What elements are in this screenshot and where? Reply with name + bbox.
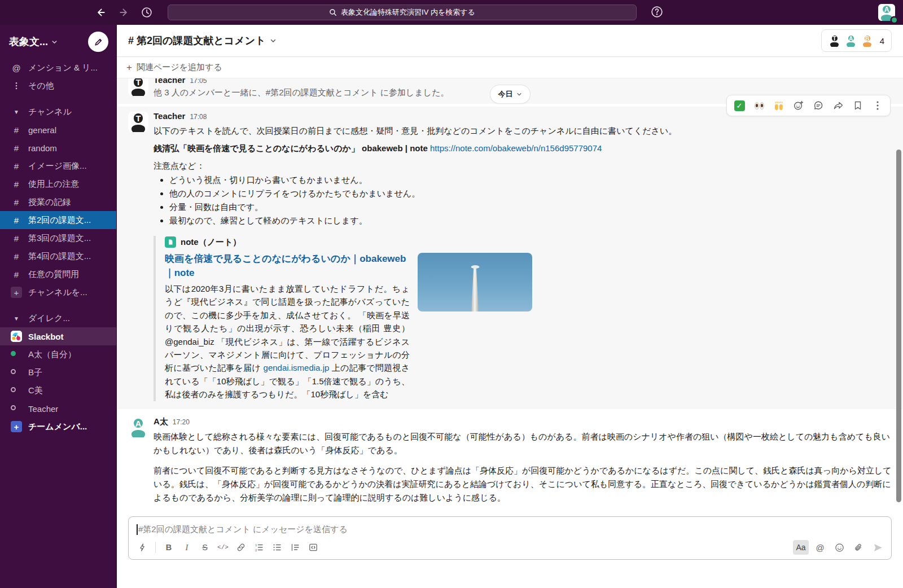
sidebar-item-more[interactable]: その他 [0, 77, 116, 95]
member-avatar-teacher: T [829, 34, 841, 47]
sidebar-item-mentions[interactable]: @ メンション & リ... [0, 59, 116, 77]
ordered-list-icon[interactable]: 12 [251, 540, 267, 555]
code-icon[interactable]: </> [215, 540, 231, 555]
timestamp[interactable]: 17:08 [190, 111, 207, 122]
blockquote-icon[interactable] [287, 540, 303, 555]
preview-title-link[interactable]: 映画を倍速で見ることのなにがわるいのか｜obakeweb｜note [165, 252, 410, 280]
chevron-down-icon[interactable] [51, 39, 58, 45]
show-formatting-button[interactable]: Aa [793, 540, 809, 555]
svg-text:2: 2 [255, 548, 257, 552]
date-divider-pill[interactable]: 今日 [490, 85, 531, 104]
code-block-icon[interactable] [305, 540, 321, 555]
hash-icon: # [9, 143, 24, 153]
member-avatar-ata: A [845, 34, 857, 47]
strikethrough-icon[interactable]: S [197, 540, 213, 555]
top-bar: 表象文化論特殊研究演習IV 内を検索する A [0, 0, 903, 25]
dm-section-header[interactable]: ▼ ダイレク... [0, 309, 116, 327]
history-forward-icon[interactable] [117, 6, 131, 19]
search-input[interactable]: 表象文化論特殊研究演習IV 内を検索する [168, 5, 637, 20]
add-canvas-tab-button[interactable]: + 関連ページを追加する [117, 57, 903, 78]
slack-app: 表象文化論特殊研究演習IV 内を検索する A 表象文... @ メンション & [0, 0, 903, 588]
dm-slackbot[interactable]: Slackbot [0, 327, 116, 345]
more-actions-icon[interactable] [869, 98, 886, 113]
message-ata: A A太 17:20 映画体験として総称される様々な要素には、回復可能であるもの… [117, 409, 903, 510]
timestamp[interactable]: 17:05 [190, 78, 207, 86]
caret-down-icon: ▼ [9, 315, 24, 322]
sidebar-channel-questions[interactable]: # 任意の質問用 [0, 265, 116, 283]
sender-name[interactable]: Teacher [154, 111, 185, 122]
message-composer: B I S </> 12 [128, 516, 892, 560]
bold-icon[interactable]: B [161, 540, 177, 555]
link-icon[interactable] [233, 540, 249, 555]
sidebar-channel-random[interactable]: # random [0, 139, 116, 157]
dm-teacher[interactable]: T Teacher [0, 400, 116, 418]
dm-cmi[interactable]: C C美 [0, 381, 116, 400]
send-button[interactable] [870, 540, 886, 555]
hash-icon: # [9, 270, 24, 279]
dm-bko[interactable]: B B子 [0, 363, 116, 381]
save-bookmark-icon[interactable] [849, 98, 866, 113]
presence-dot [11, 351, 16, 356]
bulleted-list-icon[interactable] [269, 540, 285, 555]
note-service-icon [165, 236, 176, 248]
reaction-eyes[interactable] [751, 98, 768, 113]
gendai-link[interactable]: gendai.ismedia.jp [264, 363, 330, 372]
reaction-white-check-mark[interactable]: ✓ [731, 98, 748, 113]
channel-title-button[interactable]: # 第2回の課題文献とコメント [128, 34, 277, 47]
reference-url-link[interactable]: https://note.com/obakeweb/n/n156d9577907… [430, 143, 602, 153]
hash-icon: # [9, 179, 24, 189]
scrollbar-thumb[interactable] [896, 150, 901, 502]
add-channel-button[interactable]: + チャンネルを... [0, 283, 116, 301]
link-preview-card: note（ノート） 映画を倍速で見ることのなにがわるいのか｜obakeweb｜n… [154, 236, 892, 401]
add-teammates-button[interactable]: + チームメンバ... [0, 418, 116, 436]
new-message-button[interactable] [88, 32, 108, 52]
sidebar-channel-images[interactable]: # イメージ画像... [0, 157, 116, 175]
sidebar-channel-session4[interactable]: # 第4回の課題文... [0, 247, 116, 265]
emoji-icon[interactable] [831, 540, 847, 555]
help-icon[interactable] [650, 5, 665, 20]
message-text: 映画体験として総称される様々な要素には、回復可能であるものと回復不可能な（可能性… [154, 430, 892, 457]
message-input[interactable] [129, 517, 891, 539]
message-teacher: T Teacher 17:08 以下のテキストを読んで、次回授業日の前日までに感… [117, 107, 903, 409]
sender-name[interactable]: A太 [154, 416, 168, 427]
add-reaction-icon[interactable] [790, 98, 807, 113]
message-list: 今日 ✓ [117, 78, 903, 516]
shortcuts-lightning-icon[interactable] [134, 540, 150, 555]
caret-down-icon: ▼ [9, 109, 24, 115]
history-back-icon[interactable] [94, 6, 107, 19]
formatting-toolbar: B I S </> 12 [129, 539, 891, 559]
reaction-raised-hands[interactable] [770, 98, 787, 113]
kebab-icon [9, 82, 24, 90]
reply-thread-icon[interactable] [810, 98, 827, 113]
sidebar-channel-session3[interactable]: # 第3回の課題文... [0, 229, 116, 247]
attach-file-icon[interactable] [851, 540, 866, 555]
preview-thumbnail-image[interactable] [418, 253, 532, 311]
teacher-avatar[interactable]: T [128, 112, 148, 132]
composer-area: B I S </> 12 [117, 516, 903, 560]
forward-message-icon[interactable] [830, 98, 847, 113]
channel-members-button[interactable]: T A B 4 [821, 29, 892, 52]
timestamp[interactable]: 17:20 [173, 416, 190, 428]
channel-header: # 第2回の課題文献とコメント T A B 4 [117, 25, 903, 57]
plus-icon: + [126, 62, 132, 73]
mention-icon[interactable]: @ [812, 540, 828, 555]
workspace-name[interactable]: 表象文... [9, 35, 48, 49]
hash-icon: # [9, 125, 24, 135]
history-clock-icon[interactable] [140, 6, 154, 19]
hash-icon: # [9, 161, 24, 171]
sidebar-channel-general[interactable]: # general [0, 121, 116, 139]
teacher-avatar[interactable]: T [128, 78, 148, 96]
sidebar-channel-session2-selected[interactable]: # 第2回の課題文... [0, 211, 116, 229]
italic-icon[interactable]: I [179, 540, 195, 555]
sender-name[interactable]: Teacher [154, 78, 185, 86]
chevron-down-icon [270, 37, 277, 44]
sidebar-channel-usage-notes[interactable]: # 使用上の注意 [0, 175, 116, 193]
text-cursor [137, 524, 138, 535]
channels-section-header[interactable]: ▼ チャンネル [0, 103, 116, 121]
dm-ata-self[interactable]: A A太（自分） [0, 345, 116, 363]
at-icon: @ [9, 63, 24, 73]
ata-avatar[interactable]: A [128, 417, 148, 437]
user-avatar[interactable]: A [878, 4, 895, 21]
preview-description: 以下は2020年3月に書いたまま放置していたドラフトだ。ちょうど『現代ビジネス』… [165, 282, 410, 401]
sidebar-channel-class-records[interactable]: # 授業の記録 [0, 193, 116, 211]
